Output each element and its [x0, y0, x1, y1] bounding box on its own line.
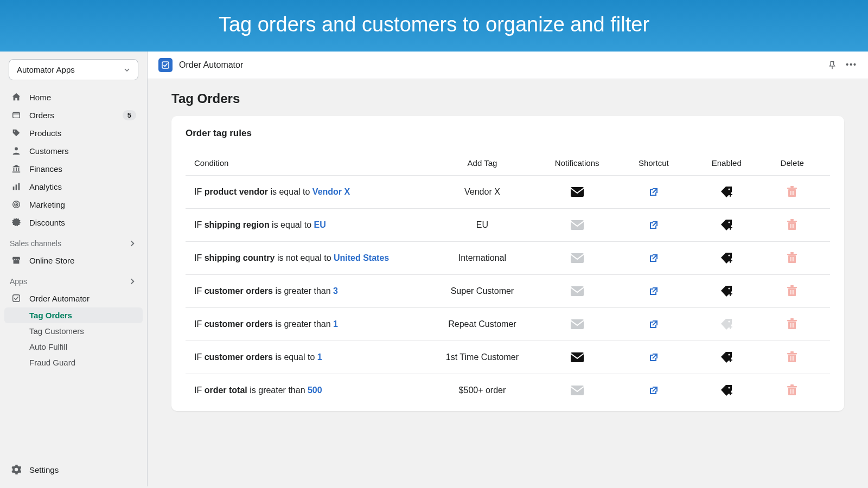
shortcut-icon[interactable] [646, 252, 661, 265]
sidebar-item-orders[interactable]: Orders5 [4, 106, 143, 124]
svg-rect-43 [790, 257, 791, 261]
shortcut-icon[interactable] [646, 318, 661, 331]
svg-rect-13 [14, 260, 20, 264]
svg-point-12 [16, 204, 17, 205]
subnav-item-tag-customers[interactable]: Tag Customers [4, 323, 143, 339]
home-icon [11, 92, 22, 102]
condition-cell: IF shipping region is equal to EU [194, 220, 427, 230]
apps-list: Order Automator [4, 289, 143, 307]
condition-cell: IF customer orders is greater than 1 [194, 319, 427, 329]
trash-icon[interactable] [784, 219, 800, 232]
trash-icon[interactable] [784, 384, 800, 397]
enabled-icon[interactable] [719, 384, 734, 397]
marketing-banner: Tag orders and customers to organize and… [0, 0, 868, 52]
svg-rect-42 [790, 252, 794, 254]
svg-rect-75 [793, 356, 794, 361]
svg-rect-56 [571, 319, 584, 329]
enabled-icon[interactable] [719, 318, 734, 331]
table-row: IF shipping region is equal to EUEU [186, 209, 830, 242]
chevron-right-icon [129, 278, 136, 285]
person-icon [11, 145, 22, 156]
sidebar-item-customers[interactable]: Customers [4, 142, 143, 159]
pin-icon[interactable] [827, 60, 837, 70]
trash-icon[interactable] [784, 285, 800, 298]
svg-point-77 [729, 387, 730, 388]
table-row: IF order total is greater than 500$500+ … [186, 374, 830, 407]
subnav-item-fraud-guard[interactable]: Fraud Guard [4, 355, 143, 370]
svg-rect-19 [730, 192, 731, 197]
sidebar-item-marketing[interactable]: Marketing [4, 196, 143, 213]
condition-cell: IF product vendor is equal to Vendor X [194, 187, 427, 197]
mail-icon[interactable] [570, 285, 585, 298]
sidebar-item-online-store[interactable]: Online Store [4, 252, 143, 269]
svg-rect-83 [790, 389, 791, 394]
svg-rect-74 [792, 356, 793, 361]
badge: 5 [123, 110, 136, 120]
app-bar-title: Order Automator [179, 60, 243, 70]
chart-icon [11, 181, 22, 192]
svg-rect-26 [571, 220, 584, 230]
mail-icon[interactable] [570, 351, 585, 364]
tag-cell: Vendor X [427, 187, 537, 197]
trash-icon[interactable] [784, 252, 800, 265]
svg-rect-8 [16, 184, 17, 190]
trash-icon[interactable] [784, 185, 800, 198]
mail-icon[interactable] [570, 185, 585, 198]
table-row: IF shipping country is not equal to Unit… [186, 242, 830, 275]
svg-rect-81 [787, 386, 797, 388]
svg-rect-35 [793, 224, 794, 228]
enabled-icon[interactable] [719, 185, 734, 198]
sidebar-item-label: Discounts [29, 218, 65, 227]
automator-icon [11, 293, 22, 304]
sidebar-item-label: Orders [29, 111, 54, 120]
svg-rect-7 [13, 187, 15, 190]
store-icon [11, 255, 22, 266]
shortcut-icon[interactable] [646, 185, 661, 198]
sales-channels-section[interactable]: Sales channels [4, 232, 143, 251]
svg-rect-59 [730, 325, 731, 329]
caret-down-icon [124, 67, 130, 73]
svg-rect-76 [571, 386, 584, 395]
shortcut-icon[interactable] [646, 351, 661, 364]
sidebar-item-label: Settings [29, 465, 59, 474]
svg-rect-16 [571, 187, 584, 197]
sidebar-item-label: Customers [29, 146, 69, 156]
sidebar-item-home[interactable]: Home [4, 88, 143, 106]
sidebar-item-finances[interactable]: Finances [4, 160, 143, 177]
sidebar-item-analytics[interactable]: Analytics [4, 178, 143, 195]
shortcut-icon[interactable] [646, 285, 661, 298]
trash-icon[interactable] [784, 318, 800, 331]
shortcut-icon[interactable] [646, 384, 661, 397]
apps-subnav: Tag OrdersTag CustomersAuto FulfillFraud… [4, 307, 143, 370]
svg-rect-5 [18, 168, 20, 171]
table-row: IF customer orders is equal to 11st Time… [186, 341, 830, 374]
apps-section[interactable]: Apps [4, 269, 143, 289]
sidebar-item-settings[interactable]: Settings [4, 461, 143, 478]
sidebar-item-discounts[interactable]: Discounts [4, 214, 143, 231]
mail-icon[interactable] [570, 219, 585, 232]
mail-icon[interactable] [570, 252, 585, 265]
enabled-icon[interactable] [719, 252, 734, 265]
enabled-icon[interactable] [719, 351, 734, 364]
shortcut-icon[interactable] [646, 219, 661, 232]
enabled-icon[interactable] [719, 285, 734, 298]
svg-rect-84 [792, 389, 793, 394]
sidebar-item-products[interactable]: Products [4, 124, 143, 142]
subnav-item-tag-orders[interactable]: Tag Orders [4, 307, 143, 323]
svg-rect-41 [787, 254, 797, 255]
svg-point-17 [729, 188, 730, 190]
svg-rect-29 [730, 226, 731, 230]
mail-icon[interactable] [570, 384, 585, 397]
sidebar-item-order-automator[interactable]: Order Automator [4, 290, 143, 307]
store-selector[interactable]: Automator Apps [9, 59, 138, 80]
subnav-item-auto-fulfill[interactable]: Auto Fulfill [4, 339, 143, 355]
col-header-notifications: Notifications [537, 158, 617, 168]
mail-icon[interactable] [570, 318, 585, 331]
svg-rect-49 [730, 292, 731, 296]
more-icon[interactable]: ••• [846, 60, 857, 70]
svg-rect-36 [571, 253, 584, 263]
enabled-icon[interactable] [719, 219, 734, 232]
svg-point-2 [15, 147, 18, 151]
orders-icon [11, 110, 22, 120]
trash-icon[interactable] [784, 351, 800, 364]
